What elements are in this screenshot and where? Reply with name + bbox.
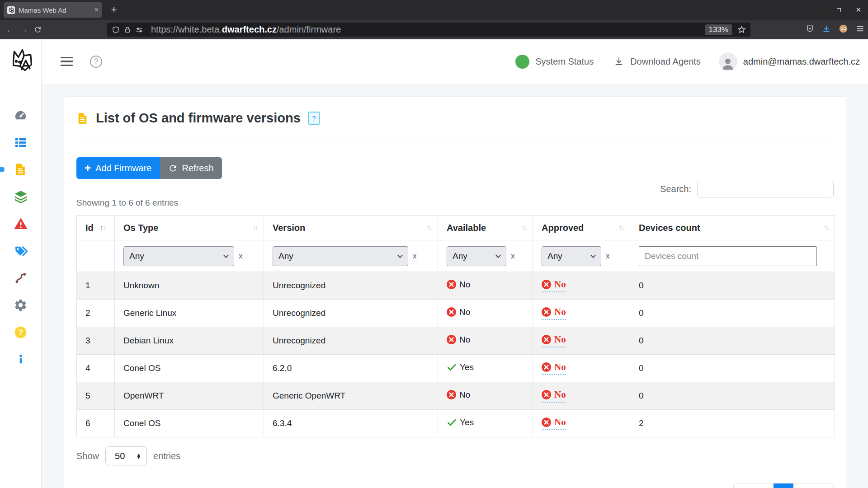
sort-icon: ↑↓ bbox=[252, 223, 257, 232]
page-size-select[interactable]: 50 bbox=[106, 447, 146, 465]
menu-icon[interactable] bbox=[856, 24, 864, 35]
bookmark-star-icon[interactable] bbox=[737, 25, 746, 34]
column-header-approved[interactable]: Approved↑↓ bbox=[533, 216, 630, 240]
approved-status-badge[interactable]: No bbox=[542, 389, 566, 403]
column-header-version[interactable]: Version↑↓ bbox=[264, 216, 438, 240]
devices-count-filter-input[interactable] bbox=[639, 246, 817, 266]
table-row[interactable]: 2 Generic Linux Unrecognized No No 0 bbox=[77, 300, 835, 327]
tab-close-icon[interactable]: × bbox=[94, 6, 99, 14]
download-agents-link[interactable]: Download Agents bbox=[613, 56, 701, 67]
available-filter-select[interactable]: Any bbox=[447, 246, 506, 266]
cross-circle-icon bbox=[542, 418, 551, 427]
version-filter-clear[interactable]: x bbox=[413, 252, 417, 261]
sidebar-item-dashboard[interactable] bbox=[0, 102, 42, 129]
approved-status-badge[interactable]: No bbox=[542, 361, 566, 375]
column-header-id[interactable]: Id↑↓ bbox=[77, 216, 115, 240]
title-help-icon[interactable]: ? bbox=[308, 112, 320, 125]
table-row[interactable]: 6 Conel OS 6.3.4 Yes No 2 bbox=[77, 410, 835, 437]
zoom-level-badge[interactable]: 133% bbox=[705, 24, 732, 35]
cell-os-type: Conel OS bbox=[115, 410, 264, 437]
pagination-active-page[interactable]: 1 bbox=[774, 483, 793, 488]
lock-icon[interactable] bbox=[124, 26, 131, 33]
sidebar-item-info[interactable] bbox=[0, 346, 42, 373]
cell-available: No bbox=[438, 272, 533, 300]
sort-icon: ↑↓ bbox=[823, 223, 828, 232]
sidebar-item-devices[interactable] bbox=[0, 129, 42, 156]
forward-button[interactable]: → bbox=[17, 23, 31, 37]
cell-os-type: Debian Linux bbox=[115, 327, 264, 355]
table-footer: Show 50 ▲▼ entries bbox=[76, 446, 834, 465]
page-help-icon[interactable]: ? bbox=[90, 56, 102, 68]
available-filter-clear[interactable]: x bbox=[511, 252, 515, 261]
cell-os-type: OpenWRT bbox=[115, 382, 264, 410]
plus-icon: + bbox=[85, 163, 91, 174]
approved-status-badge[interactable]: No bbox=[542, 417, 566, 430]
content-area: List of OS and firmware versions ? + Add… bbox=[42, 84, 868, 488]
profile-avatar-icon[interactable] bbox=[839, 24, 848, 35]
refresh-button[interactable]: Refresh bbox=[160, 157, 222, 179]
cell-id: 2 bbox=[77, 300, 115, 327]
approved-filter-clear[interactable]: x bbox=[606, 252, 610, 261]
cell-approved: No bbox=[533, 300, 630, 327]
tracking-shield-icon[interactable] bbox=[112, 26, 120, 34]
window-minimize-button[interactable]: – bbox=[812, 3, 826, 17]
header-right-group: System Status Download Agents admin@mama… bbox=[515, 52, 868, 71]
table-row[interactable]: 3 Debian Linux Unrecognized No No 0 bbox=[77, 327, 835, 355]
cell-version: Unrecognized bbox=[264, 327, 438, 355]
sidebar-item-alerts[interactable] bbox=[0, 210, 42, 237]
reload-button[interactable] bbox=[31, 23, 44, 37]
search-input[interactable] bbox=[697, 181, 834, 197]
browser-tab[interactable]: Mamas Web Ad × bbox=[4, 2, 102, 18]
browser-nav-bar: ← → https://white.beta.dwarftech.cz/admi… bbox=[0, 20, 868, 39]
page-title: List of OS and firmware versions bbox=[96, 111, 301, 126]
pagination-previous-button[interactable] bbox=[734, 483, 774, 488]
user-avatar-icon[interactable] bbox=[719, 52, 737, 71]
table-row[interactable]: 5 OpenWRT Generic OpenWRT No No 0 bbox=[77, 382, 835, 410]
cell-id: 4 bbox=[77, 355, 115, 382]
table-row[interactable]: 4 Conel OS 6.2.0 Yes No 0 bbox=[77, 355, 835, 382]
pagination-next-button[interactable] bbox=[793, 483, 833, 488]
approved-status-badge[interactable]: No bbox=[542, 306, 566, 320]
window-maximize-button[interactable] bbox=[832, 3, 845, 17]
sidebar-toggle-icon[interactable] bbox=[61, 57, 73, 66]
sidebar-active-indicator bbox=[0, 167, 5, 172]
cell-version: 6.3.4 bbox=[264, 410, 438, 437]
approved-filter-select[interactable]: Any bbox=[542, 246, 601, 266]
approved-status-badge[interactable]: No bbox=[542, 334, 566, 347]
window-close-button[interactable]: ✕ bbox=[852, 3, 865, 17]
back-button[interactable]: ← bbox=[4, 23, 17, 37]
os-type-filter-select[interactable]: Any bbox=[123, 246, 234, 266]
column-header-available[interactable]: Available↑↓ bbox=[438, 216, 533, 240]
sidebar-item-tags[interactable] bbox=[0, 237, 42, 264]
navbar-extensions bbox=[806, 20, 864, 39]
approved-status-badge[interactable]: No bbox=[542, 279, 566, 292]
os-type-filter-clear[interactable]: x bbox=[239, 252, 243, 261]
sidebar-item-routes[interactable] bbox=[0, 264, 42, 291]
add-firmware-button[interactable]: + Add Firmware bbox=[76, 157, 160, 179]
cell-os-type: Generic Linux bbox=[115, 300, 264, 327]
cell-version: 6.2.0 bbox=[264, 355, 438, 382]
column-header-os-type[interactable]: Os Type↑↓ bbox=[115, 216, 264, 240]
sort-icon: ↑↓ bbox=[618, 223, 623, 232]
downloads-icon[interactable] bbox=[822, 24, 831, 35]
cell-approved: No bbox=[533, 382, 630, 410]
system-status-label[interactable]: System Status bbox=[535, 56, 594, 67]
new-tab-button[interactable]: + bbox=[108, 4, 120, 16]
cell-devices-count: 0 bbox=[630, 355, 835, 382]
table-row[interactable]: 1 Unknown Unrecognized No No 0 bbox=[77, 272, 835, 300]
column-header-devices-count[interactable]: Devices count↑↓ bbox=[630, 216, 835, 240]
sidebar-menu: ? bbox=[0, 80, 41, 373]
sidebar-item-firmware[interactable] bbox=[0, 156, 42, 183]
url-bar[interactable]: https://white.beta.dwarftech.cz/admin/fi… bbox=[107, 23, 750, 37]
sidebar-item-help[interactable]: ? bbox=[0, 319, 42, 346]
sidebar-item-layers[interactable] bbox=[0, 183, 42, 210]
sidebar-item-settings[interactable] bbox=[0, 291, 42, 319]
cell-os-type: Unknown bbox=[115, 272, 264, 300]
cell-approved: No bbox=[533, 327, 630, 355]
version-filter-select[interactable]: Any bbox=[273, 246, 408, 266]
privacy-shield-icon[interactable] bbox=[806, 24, 814, 35]
app-logo[interactable] bbox=[0, 39, 42, 80]
permissions-icon[interactable] bbox=[135, 26, 143, 34]
system-status-indicator[interactable] bbox=[515, 55, 529, 69]
user-email[interactable]: admin@mamas.dwarftech.cz bbox=[743, 56, 860, 67]
